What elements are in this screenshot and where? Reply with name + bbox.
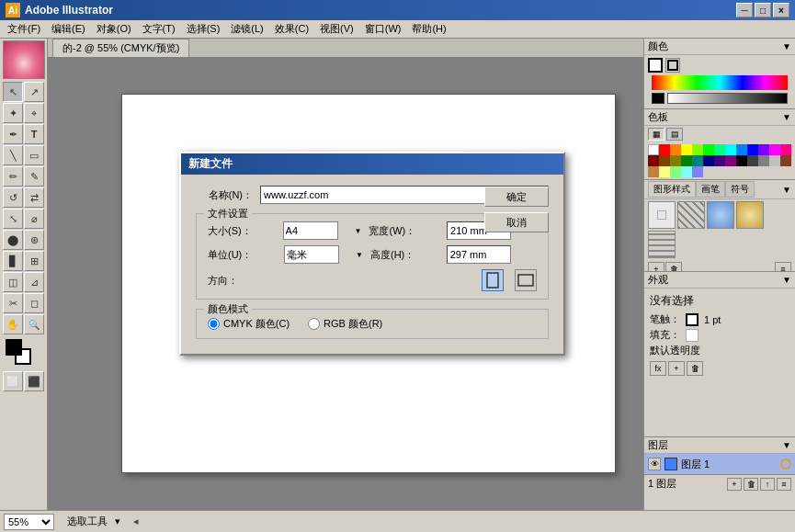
swatch-tan[interactable] xyxy=(648,166,659,177)
document-tab[interactable]: 的-2 @ 55% (CMYK/预览) xyxy=(52,39,189,57)
gradient-tool[interactable]: ◫ xyxy=(3,272,23,292)
menu-type[interactable]: 文字(T) xyxy=(137,20,181,38)
swatch-dk-blue[interactable] xyxy=(703,155,714,166)
rgb-radio[interactable] xyxy=(308,318,320,330)
swatch-dk-green[interactable] xyxy=(681,155,692,166)
swatch-teal[interactable] xyxy=(714,144,725,155)
swatch-black[interactable] xyxy=(736,155,747,166)
swatch-dk-purple[interactable] xyxy=(714,155,725,166)
menu-object[interactable]: 对象(O) xyxy=(91,20,137,38)
zoom-select[interactable]: 55% 100% 150% 200% xyxy=(4,514,54,530)
zoom-tool[interactable]: 🔍 xyxy=(24,314,44,334)
tab-brush[interactable]: 画笔 xyxy=(696,181,725,198)
swatch-dk-yellow[interactable] xyxy=(670,155,681,166)
move-layer-btn[interactable]: ↑ xyxy=(760,478,775,491)
hand-tool[interactable]: ✋ xyxy=(3,314,23,334)
styles-panel-minimize[interactable]: ▼ xyxy=(782,185,791,195)
panel-menu-btn[interactable]: ≡ xyxy=(775,262,791,272)
swatch-dk-mag[interactable] xyxy=(725,155,736,166)
reflect-tool[interactable]: ⇄ xyxy=(24,187,44,208)
confirm-button[interactable]: 确定 xyxy=(484,187,549,207)
direct-selection-tool[interactable]: ↗ xyxy=(24,82,44,102)
lasso-tool[interactable]: ⌖ xyxy=(24,103,44,123)
swatch-dk-red[interactable] xyxy=(648,155,659,166)
tab-symbol[interactable]: 符号 xyxy=(725,181,755,198)
minimize-button[interactable]: ─ xyxy=(736,3,753,17)
fill-stroke-area[interactable] xyxy=(4,337,44,370)
swatch-lime[interactable] xyxy=(692,144,703,155)
swatch-magenta[interactable] xyxy=(769,144,780,155)
eraser-tool[interactable]: ◻ xyxy=(24,293,44,313)
mesh-tool[interactable]: ⊞ xyxy=(24,251,44,271)
color-fill-box[interactable] xyxy=(648,58,663,73)
portrait-button[interactable] xyxy=(482,269,504,291)
add-new-effect-btn[interactable]: fx xyxy=(650,361,666,376)
swatch-lt-cyan[interactable] xyxy=(681,166,692,177)
blend-tool[interactable]: ⬤ xyxy=(3,230,23,250)
swatch-white[interactable] xyxy=(648,144,659,155)
pattern-item-4[interactable] xyxy=(648,231,676,258)
menu-view[interactable]: 视图(V) xyxy=(314,20,359,38)
menu-select[interactable]: 选择(S) xyxy=(181,20,226,38)
rotate-tool[interactable]: ↺ xyxy=(3,187,23,208)
pen-tool[interactable]: ✒ xyxy=(3,124,23,144)
landscape-button[interactable] xyxy=(515,269,537,291)
swatch-brown[interactable] xyxy=(780,155,791,166)
new-layer-btn[interactable]: + xyxy=(727,478,742,491)
color-spectrum[interactable] xyxy=(652,75,788,90)
layer-row-1[interactable]: 👁 图层 1 xyxy=(644,454,795,474)
selection-tool[interactable]: ↖ xyxy=(3,82,23,102)
stroke-box[interactable] xyxy=(686,313,698,326)
warp-tool[interactable]: ⌀ xyxy=(24,209,44,229)
layer-menu-btn[interactable]: ≡ xyxy=(777,478,791,491)
close-button[interactable]: × xyxy=(773,3,789,17)
swatches-panel-minimize[interactable]: ▼ xyxy=(782,112,791,122)
type-tool[interactable]: T xyxy=(24,124,44,144)
fill-box[interactable] xyxy=(686,329,698,342)
magic-wand-tool[interactable]: ✦ xyxy=(3,103,23,123)
swatch-lt-blue[interactable] xyxy=(692,166,703,177)
appearance-panel-minimize[interactable]: ▼ xyxy=(782,275,791,285)
rgb-radio-label[interactable]: RGB 颜色(R) xyxy=(308,317,382,331)
new-style-btn[interactable]: + xyxy=(648,262,664,272)
pattern-item-default[interactable]: □ xyxy=(648,201,676,229)
full-screen-btn[interactable]: ⬛ xyxy=(24,371,44,391)
cmyk-radio[interactable] xyxy=(208,318,220,330)
pattern-item-3[interactable] xyxy=(736,201,764,229)
size-select[interactable]: A4 A3 A5 Letter xyxy=(283,221,338,240)
gray-strip[interactable] xyxy=(667,93,788,104)
scissors-tool[interactable]: ✂ xyxy=(3,293,23,313)
maximize-button[interactable]: □ xyxy=(755,3,771,17)
swatches-tab-1[interactable]: ▦ xyxy=(648,128,664,141)
swatch-cyan[interactable] xyxy=(725,144,736,155)
color-stroke-box[interactable] xyxy=(665,58,680,73)
new-appearance-btn[interactable]: + xyxy=(668,361,685,376)
height-input[interactable] xyxy=(447,245,511,264)
swatch-lt-green[interactable] xyxy=(670,166,681,177)
swatch-dk-gray[interactable] xyxy=(747,155,758,166)
line-tool[interactable]: ╲ xyxy=(3,145,23,165)
scale-tool[interactable]: ⤡ xyxy=(3,209,23,229)
swatches-tab-2[interactable]: ▤ xyxy=(666,128,683,141)
swatch-gray[interactable] xyxy=(758,155,769,166)
swatch-red[interactable] xyxy=(659,144,670,155)
delete-appearance-btn[interactable]: 🗑 xyxy=(687,361,703,376)
pattern-item-1[interactable] xyxy=(677,201,705,229)
layer-target-circle[interactable] xyxy=(780,458,791,470)
pattern-item-2[interactable] xyxy=(707,201,734,229)
swatch-blue[interactable] xyxy=(747,144,758,155)
swatch-lt-gray[interactable] xyxy=(769,155,780,166)
brush-tool[interactable]: ✏ xyxy=(3,166,23,187)
menu-edit[interactable]: 编辑(E) xyxy=(46,20,91,38)
swatch-dk-cyan[interactable] xyxy=(692,155,703,166)
symbol-tool[interactable]: ⊛ xyxy=(24,230,44,250)
delete-style-btn[interactable]: 🗑 xyxy=(665,262,682,272)
cancel-button[interactable]: 取消 xyxy=(484,212,549,232)
rectangle-tool[interactable]: ▭ xyxy=(24,145,44,165)
swatch-orange[interactable] xyxy=(670,144,681,155)
menu-filter[interactable]: 滤镜(L) xyxy=(225,20,268,38)
menu-help[interactable]: 帮助(H) xyxy=(406,20,451,38)
column-graph-tool[interactable]: ▊ xyxy=(3,251,23,271)
pencil-tool[interactable]: ✎ xyxy=(24,166,44,187)
black-swatch[interactable] xyxy=(652,93,664,104)
